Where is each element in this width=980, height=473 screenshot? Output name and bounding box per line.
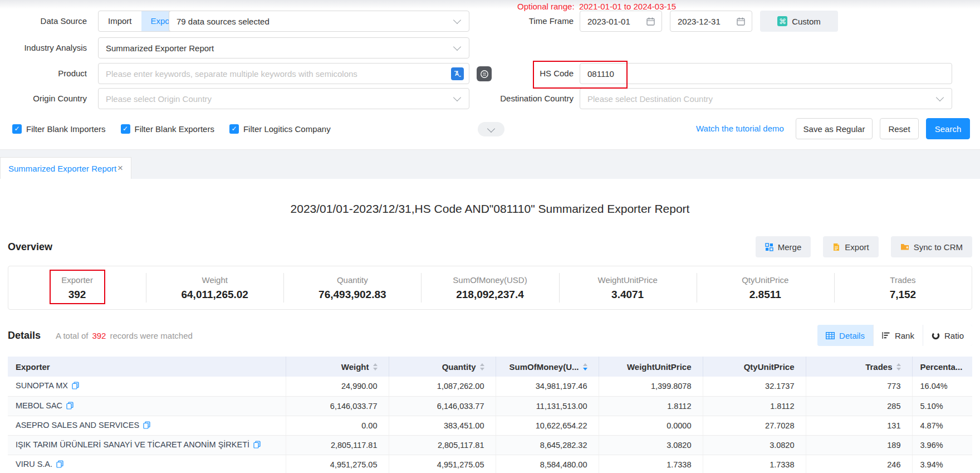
reset-button[interactable]: Reset [880, 118, 919, 139]
product-keywords-input[interactable] [98, 63, 469, 84]
copy-icon[interactable] [72, 382, 79, 391]
column-header: Exporter [8, 357, 286, 377]
svg-text:A: A [455, 71, 459, 77]
tab-bar: Summarized Exporter Report × [0, 149, 980, 179]
exporter-link[interactable]: SUNOPTA MX [16, 381, 68, 390]
cell: 4,951,275.05 [286, 455, 389, 473]
destination-country-select[interactable]: Please select Destination Country [580, 88, 952, 109]
overview-stats: Exporter392Weight64,011,265.02Quantity76… [8, 266, 972, 310]
industry-analysis-label: Industry Analysis [0, 37, 87, 58]
cell: 16.04% [912, 377, 972, 396]
details-heading: Details [8, 330, 41, 342]
column-header[interactable]: Weight [286, 357, 389, 377]
translate-icon[interactable]: A [451, 67, 464, 80]
origin-country-select[interactable]: Please select Origin Country [98, 88, 469, 109]
exporter-link[interactable]: MEBOL SAC [16, 401, 62, 410]
cell: 1.8112 [703, 396, 806, 416]
cell: 0.0000 [599, 416, 703, 435]
cell: 27.7028 [703, 416, 806, 435]
end-date-input[interactable]: 2023-12-31 [670, 11, 752, 32]
column-label: QtyUnitPrice [744, 362, 795, 372]
chevron-down-icon [936, 94, 944, 101]
data-sources-select[interactable]: 79 data sources selected [169, 11, 469, 32]
save-as-regular-button[interactable]: Save as Regular [796, 118, 873, 139]
custom-range-button[interactable]: ⌘ Custom [760, 11, 838, 32]
stat-label: Quantity [337, 275, 368, 285]
cell: 6,146,033.77 [286, 396, 389, 416]
exporter-link[interactable]: IŞIK TARIM ÜRÜNLERİ SANAYİ VE TİCARET AN… [16, 440, 249, 449]
import-toggle-button[interactable]: Import [99, 11, 141, 31]
exporter-link[interactable]: VIRU S.A. [16, 460, 52, 469]
checkbox-filter-logitics-company[interactable]: ✓ Filter Logitics Company [229, 124, 331, 134]
table-row: IŞIK TARIM ÜRÜNLERİ SANAYİ VE TİCARET AN… [8, 435, 972, 455]
copy-icon[interactable] [56, 460, 63, 470]
cell: 8,645,282.32 [496, 435, 599, 455]
tab-summarized-exporter-report[interactable]: Summarized Exporter Report × [0, 157, 131, 179]
stat-value: 64,011,265.02 [181, 289, 248, 301]
cell: 5.10% [912, 396, 972, 416]
column-header[interactable]: SumOfMoney(U... [496, 357, 599, 377]
cell: 8,584,480.00 [496, 455, 599, 473]
sort-icon[interactable] [373, 363, 378, 370]
column-label: Trades [865, 362, 892, 372]
checkbox-filter-blank-exporters[interactable]: ✓ Filter Blank Exporters [121, 124, 214, 134]
stat-label: Exporter [61, 275, 93, 285]
cell: 3.0820 [703, 435, 806, 455]
overview-heading: Overview [8, 241, 52, 253]
industry-analysis-select[interactable]: Summarized Exporter Report [98, 37, 469, 58]
calendar-icon [646, 17, 655, 26]
cell: 1,399.8078 [599, 377, 703, 396]
hs-code-input[interactable] [580, 63, 952, 84]
sort-icon[interactable] [583, 363, 587, 370]
copy-icon[interactable] [143, 421, 150, 431]
column-header[interactable]: Quantity [389, 357, 496, 377]
sync-to-crm-button[interactable]: Sync to CRM [891, 236, 972, 257]
cell: 3.96% [912, 435, 972, 455]
stat-quantity: Quantity76,493,902.83 [283, 266, 421, 309]
merge-icon [765, 243, 773, 251]
copy-icon[interactable] [253, 441, 261, 450]
cell: 246 [806, 455, 912, 473]
cell: 0.00 [286, 416, 389, 435]
stat-sumofmoney-usd-: SumOfMoney(USD)218,092,237.4 [421, 266, 558, 309]
stat-weight: Weight64,011,265.02 [146, 266, 283, 309]
exporter-link[interactable]: ASEPRO SALES AND SERVICES [16, 421, 139, 430]
close-icon[interactable]: × [117, 163, 123, 174]
sort-icon[interactable] [896, 363, 901, 370]
view-switch: Details Rank Ratio [817, 325, 972, 346]
view-ratio-button[interactable]: Ratio [923, 325, 972, 346]
calendar-icon [737, 17, 745, 26]
table-body: SUNOPTA MX24,990.001,087,262.0034,981,19… [8, 377, 972, 473]
cell: 2,805,117.81 [286, 435, 389, 455]
exporter-cell: ASEPRO SALES AND SERVICES [8, 416, 286, 435]
view-details-button[interactable]: Details [817, 325, 873, 346]
data-source-label: Data Source [0, 11, 87, 32]
stat-label: SumOfMoney(USD) [453, 275, 527, 285]
tutorial-demo-link[interactable]: Watch the tutorial demo [696, 118, 784, 139]
search-button[interactable]: Search [926, 118, 970, 139]
column-header: Percenta... [912, 357, 972, 377]
column-header[interactable]: Trades [806, 357, 912, 377]
checkbox-filter-blank-importers[interactable]: ✓ Filter Blank Importers [12, 124, 106, 134]
view-rank-button[interactable]: Rank [874, 325, 923, 346]
destination-country-label: Destination Country [457, 88, 574, 109]
merge-button[interactable]: Merge [756, 236, 811, 257]
export-button[interactable]: Export [823, 236, 878, 257]
cell: 1.8112 [599, 396, 703, 416]
table-row: MEBOL SAC6,146,033.776,146,033.7711,131,… [8, 396, 972, 416]
copy-icon[interactable] [66, 402, 74, 411]
checkbox-checked-icon: ✓ [12, 124, 22, 134]
start-date-input[interactable]: 2023-01-01 [580, 11, 662, 32]
stat-label: Weight [202, 275, 228, 285]
expand-filters-button[interactable] [478, 122, 504, 136]
cell: 2,805,117.81 [389, 435, 496, 455]
column-header: WeightUnitPrice [599, 357, 703, 377]
column-label: Exporter [16, 362, 50, 372]
report-title: 2023/01/01-2023/12/31,HS Code AND"081110… [0, 202, 980, 216]
chevron-down-icon [487, 124, 495, 132]
stat-value: 2.8511 [749, 289, 781, 301]
table-row: ASEPRO SALES AND SERVICES0.00383,451.001… [8, 416, 972, 435]
checkbox-checked-icon: ✓ [229, 124, 239, 134]
sort-icon[interactable] [480, 363, 484, 370]
filter-checkbox-row: ✓ Filter Blank Importers ✓ Filter Blank … [12, 118, 331, 139]
